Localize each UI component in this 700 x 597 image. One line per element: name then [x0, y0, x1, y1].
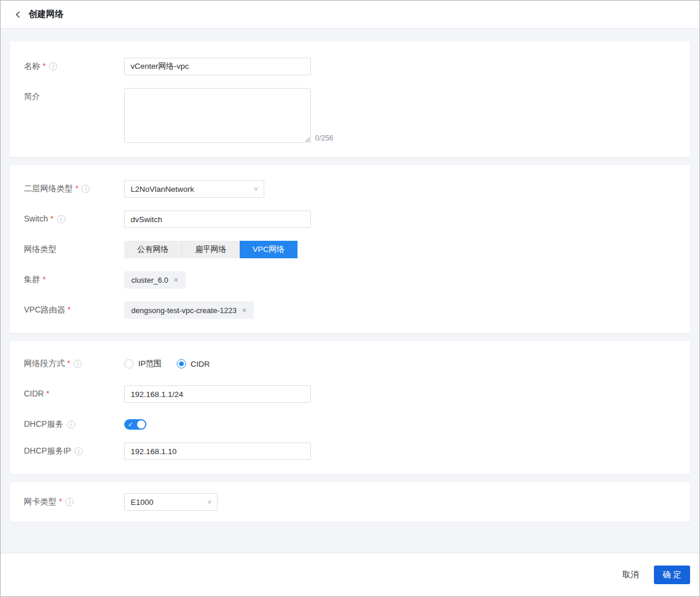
close-icon[interactable]: × — [242, 306, 247, 314]
dhcp-service-label-text: DHCP服务 — [24, 419, 64, 430]
network-type-label-text: 网络类型 — [24, 244, 57, 255]
required-mark: * — [68, 305, 71, 314]
switch-label-text: Switch — [24, 214, 48, 223]
dhcp-ip-label: DHCP服务IP i — [24, 443, 124, 460]
switch-input[interactable] — [124, 210, 311, 228]
radio-ip-range[interactable]: IP范围 — [124, 359, 162, 369]
required-mark: * — [43, 61, 46, 71]
radio-circle-icon — [177, 359, 186, 368]
segment-flat-network[interactable]: 扁平网络 — [182, 241, 240, 258]
name-row: 名称 * i — [24, 58, 676, 75]
network-type-row: 网络类型 公有网络 扁平网络 VPC网络 — [24, 241, 676, 258]
close-icon[interactable]: × — [174, 276, 178, 284]
cluster-tag-text: cluster_6.0 — [131, 276, 169, 285]
l2-network-card: 二层网络类型 * i L2NoVlanNetwork ∨ Switch * i … — [10, 165, 690, 333]
vpc-router-label-text: VPC路由器 — [24, 305, 65, 315]
name-input[interactable] — [124, 58, 311, 75]
cluster-row: 集群 * cluster_6.0 × — [24, 271, 676, 289]
nic-type-select[interactable]: E1000 ∨ — [124, 493, 218, 511]
vpc-router-label: VPC路由器 * — [24, 301, 124, 319]
segment-mode-row: 网络段方式 * i IP范围 CIDR — [24, 355, 676, 373]
info-icon[interactable]: i — [49, 62, 57, 71]
segment-mode-label-text: 网络段方式 — [24, 359, 65, 369]
info-icon[interactable]: i — [65, 498, 74, 506]
chevron-left-icon — [15, 10, 22, 19]
l2-type-select[interactable]: L2NoVlanNetwork ∨ — [124, 180, 264, 198]
required-mark: * — [43, 275, 46, 284]
switch-label: Switch * i — [24, 210, 124, 228]
description-field-wrap: 0/256 — [124, 88, 333, 143]
dhcp-service-row: DHCP服务 i ✓ — [24, 416, 676, 430]
ip-segment-card: 网络段方式 * i IP范围 CIDR CIDR * — [10, 341, 690, 474]
info-icon[interactable]: i — [75, 447, 83, 455]
dhcp-service-label: DHCP服务 i — [24, 416, 124, 430]
basic-info-card: 名称 * i 简介 0/256 — [10, 41, 690, 157]
switch-row: Switch * i — [24, 210, 676, 228]
nic-type-label: 网卡类型 * i — [24, 493, 124, 511]
cluster-tag[interactable]: cluster_6.0 × — [124, 271, 186, 289]
confirm-button[interactable]: 确 定 — [654, 566, 690, 584]
info-icon[interactable]: i — [57, 215, 65, 223]
required-mark: * — [67, 359, 70, 368]
info-icon[interactable]: i — [67, 420, 75, 429]
back-button[interactable] — [15, 10, 22, 19]
required-mark: * — [46, 389, 49, 398]
vpc-router-row: VPC路由器 * dengsong-test-vpc-create-1223 × — [24, 301, 676, 319]
radio-ip-range-label: IP范围 — [138, 359, 162, 369]
name-label: 名称 * i — [24, 58, 124, 75]
footer-action-bar: 取消 确 定 — [1, 553, 699, 596]
cancel-button[interactable]: 取消 — [622, 570, 639, 580]
radio-cidr-label: CIDR — [191, 360, 210, 368]
toggle-knob — [137, 420, 145, 429]
nic-type-card: 网卡类型 * i E1000 ∨ — [10, 482, 690, 522]
nic-type-row: 网卡类型 * i E1000 ∨ — [24, 493, 676, 511]
segment-public-network[interactable]: 公有网络 — [124, 241, 182, 258]
cluster-label: 集群 * — [24, 271, 124, 289]
chevron-down-icon: ∨ — [206, 498, 212, 505]
page-header: 创建网络 — [1, 1, 699, 29]
cidr-input[interactable] — [124, 385, 311, 403]
check-icon: ✓ — [128, 420, 133, 429]
create-network-page: 创建网络 名称 * i 简介 0/256 二层网络类型 * — [0, 0, 700, 597]
l2-type-row: 二层网络类型 * i L2NoVlanNetwork ∨ — [24, 180, 676, 198]
vpc-router-tag[interactable]: dengsong-test-vpc-create-1223 × — [124, 301, 254, 319]
cluster-label-text: 集群 — [24, 275, 40, 285]
required-mark: * — [50, 214, 53, 223]
description-textarea[interactable] — [124, 88, 311, 143]
dhcp-ip-row: DHCP服务IP i — [24, 443, 676, 460]
network-type-label: 网络类型 — [24, 241, 124, 258]
nic-type-label-text: 网卡类型 — [24, 497, 57, 507]
l2-type-label-text: 二层网络类型 — [24, 184, 73, 194]
segment-mode-label: 网络段方式 * i — [24, 355, 124, 373]
required-mark: * — [75, 184, 78, 193]
radio-cidr[interactable]: CIDR — [177, 359, 210, 368]
required-mark: * — [59, 497, 62, 506]
info-icon[interactable]: i — [82, 185, 90, 193]
name-label-text: 名称 — [24, 61, 40, 72]
network-type-segmented: 公有网络 扁平网络 VPC网络 — [124, 241, 298, 258]
description-label-text: 简介 — [24, 92, 40, 102]
dhcp-toggle[interactable]: ✓ — [124, 419, 146, 430]
vpc-router-tag-text: dengsong-test-vpc-create-1223 — [131, 306, 237, 315]
segment-vpc-network[interactable]: VPC网络 — [240, 241, 298, 258]
description-row: 简介 0/256 — [24, 88, 676, 143]
info-icon[interactable]: i — [74, 360, 82, 368]
dhcp-ip-label-text: DHCP服务IP — [24, 446, 71, 456]
radio-circle-icon — [124, 359, 134, 368]
cidr-label-text: CIDR — [24, 389, 44, 398]
char-counter: 0/256 — [315, 134, 333, 142]
page-title: 创建网络 — [29, 9, 64, 20]
l2-type-select-value: L2NoVlanNetwork — [131, 185, 194, 194]
cidr-label: CIDR * — [24, 385, 124, 403]
dhcp-ip-input[interactable] — [124, 443, 311, 460]
chevron-down-icon: ∨ — [253, 185, 259, 192]
description-label: 简介 — [24, 88, 124, 143]
l2-type-label: 二层网络类型 * i — [24, 180, 124, 198]
nic-type-select-value: E1000 — [131, 498, 153, 507]
cidr-row: CIDR * — [24, 385, 676, 403]
segment-mode-radio-group: IP范围 CIDR — [124, 355, 225, 373]
